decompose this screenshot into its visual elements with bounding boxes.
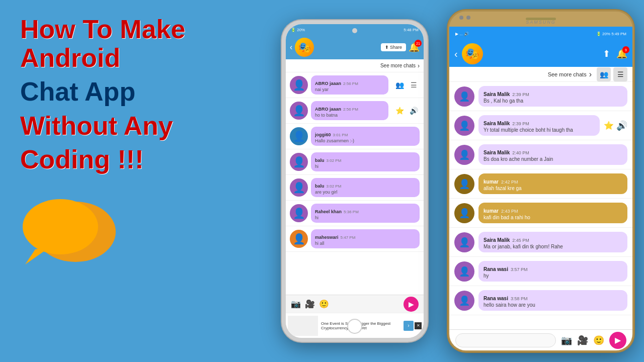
list-item[interactable]: 👤 kumar2:43 PM kafi din bad a rahi ho — [449, 199, 632, 228]
ad-arrow[interactable]: › — [404, 321, 414, 331]
avatar: 👤 — [290, 178, 308, 197]
list-item[interactable]: 👤 joggi603:01 PM Hallo zusammen :-) — [286, 124, 424, 149]
ad-image — [288, 316, 318, 336]
emoji-icon[interactable]: 🙂 — [319, 299, 329, 309]
samsung-notification-bell[interactable]: 🔔 9 — [616, 48, 627, 59]
list-item[interactable]: 👤 Rana wasi3:57 PM hy — [449, 257, 632, 286]
avatar: 👤 — [454, 116, 474, 136]
samsung-back-icon[interactable]: ‹ — [454, 48, 458, 60]
avatar: 👤 — [454, 261, 474, 282]
avatar: 👤 — [454, 86, 474, 107]
samsung-emoji-icon[interactable]: 🙂 — [593, 335, 604, 346]
iphone-app-bar: ‹ 🎭 ⬆ Share 🔔 21 — [286, 35, 424, 59]
group-view-icon[interactable]: 👥 — [597, 67, 611, 81]
samsung-video-icon[interactable]: 🎥 — [577, 335, 588, 346]
camera-icon[interactable]: 📷 — [291, 299, 301, 309]
list-item[interactable]: 👤 Saira Malik2:40 PM Bs doa kro ache num… — [449, 140, 632, 169]
share-icon: ⬆ — [385, 45, 389, 50]
iphone-icons: 🔋 20% — [291, 28, 305, 32]
avatar: 👤 — [454, 174, 474, 194]
avatar: 👤 — [454, 232, 474, 252]
avatar: 👤 — [454, 145, 474, 165]
chevron-right-icon: › — [589, 70, 592, 79]
sensor-dot — [466, 16, 470, 20]
avatar: 👤 — [290, 204, 308, 222]
video-icon[interactable]: 🎥 — [305, 299, 315, 309]
list-item[interactable]: 👤 maheswari5:47 PM hi all — [286, 226, 424, 252]
star-icon[interactable]: ⭐ — [393, 105, 406, 117]
see-more-chats-text: See more chats — [548, 71, 587, 77]
list-item[interactable]: 👤 Saira Malik2:39 PM Bs , Kal ho ga tha — [449, 82, 632, 111]
samsung-message-bar: 📷 🎥 🙂 ▶ — [449, 329, 632, 350]
share-button[interactable]: ⬆ Share — [381, 43, 406, 51]
list-item[interactable]: 👤 ABRO jaaan2:56 PM nai yar 👥 ☰ — [286, 72, 424, 98]
chat-bubble: Saira Malik2:39 PM Bs , Kal ho ga tha — [478, 86, 627, 107]
samsung-cameras — [459, 16, 470, 20]
svg-marker-2 — [25, 247, 50, 264]
volume-icon[interactable]: 🔊 — [616, 120, 627, 131]
chat-actions2: ⭐ 🔊 — [393, 105, 420, 117]
chevron-right-icon: › — [418, 62, 420, 69]
chat-bubble: Saira Malik2:40 PM Bs doa kro ache numbe… — [478, 144, 627, 165]
chat-actions: 👥 ☰ — [393, 79, 420, 91]
list-item[interactable]: 👤 balu3:02 PM hi — [286, 149, 424, 175]
samsung-toolbar-icons: ⬆ 🔔 9 — [603, 48, 627, 59]
list-icon[interactable]: ☰ — [408, 79, 420, 91]
samsung-brand: SAMSUNG — [526, 20, 556, 25]
chat-bubble: ABRO jaaan2:56 PM ho to batna — [311, 101, 388, 120]
list-view-icon[interactable]: ☰ — [613, 67, 627, 81]
list-item[interactable]: 👤 Saira Malik2:45 PM Ma or janab, kafi d… — [449, 228, 632, 257]
avatar: 👤 — [290, 230, 308, 248]
title-line4: Coding !!! — [20, 145, 262, 174]
home-button[interactable] — [347, 319, 362, 334]
chat-bubble: Saira Malik2:45 PM Ma or janab, kafi din… — [478, 232, 627, 252]
samsung-camera-icon[interactable]: 📷 — [561, 335, 572, 346]
avatar: 👤 — [454, 291, 474, 311]
iphone-mockup: 🔋 20% 5:48 PM ‹ 🎭 ⬆ Share 🔔 21 See more … — [282, 20, 428, 342]
view-toggle: 👥 ☰ — [597, 67, 627, 81]
samsung-see-more-bar[interactable]: See more chats › 👥 ☰ — [449, 67, 632, 82]
see-more-chats-bar[interactable]: See more chats › — [286, 59, 424, 72]
notification-bell[interactable]: 🔔 21 — [409, 42, 420, 53]
chat-bubble: Saira Malik2:39 PM Yr total multiple cho… — [478, 115, 600, 136]
list-item[interactable]: 👤 Raheel khan5:36 PM hi — [286, 201, 424, 226]
iphone-camera — [352, 28, 357, 33]
back-icon[interactable]: ‹ — [290, 43, 292, 52]
samsung-mockup: SAMSUNG ▶ ... 🔊 🔋 20% 5:49 PM ‹ 🎭 ⬆ 🔔 9 … — [448, 10, 634, 352]
samsung-app-bar: ‹ 🎭 ⬆ 🔔 9 — [449, 41, 632, 67]
title-line3: Without Any — [20, 112, 262, 140]
chat-bubble-icon — [20, 189, 121, 269]
share-icon[interactable]: ⬆ — [603, 48, 610, 59]
chat-bubble: Raheel khan5:36 PM hi — [311, 204, 420, 223]
samsung-send-button[interactable]: ▶ — [609, 332, 626, 349]
chat-bubble: Rana wasi3:57 PM hy — [478, 261, 627, 282]
avatar: 👤 — [454, 203, 474, 223]
chat-bubble: Rana wasi3:58 PM hello saira how are you — [478, 290, 627, 311]
group-icon[interactable]: 👥 — [393, 79, 406, 91]
list-item[interactable]: 👤 balu3:02 PM are you girl — [286, 175, 424, 201]
send-button[interactable]: ▶ — [404, 297, 419, 312]
camera-dot — [459, 16, 463, 20]
title-line1: How To Make Android — [20, 15, 262, 72]
list-item[interactable]: 👤 Rana wasi3:58 PM hello saira how are y… — [449, 286, 632, 315]
ad-close[interactable]: ✕ — [415, 322, 422, 329]
chat-bubble: balu3:02 PM hi — [311, 152, 420, 171]
volume-icon[interactable]: 🔊 — [408, 105, 420, 117]
chat-bubble: balu3:02 PM are you girl — [311, 178, 420, 197]
list-item[interactable]: 👤 ABRO jaaan2:56 PM ho to batna ⭐ 🔊 — [286, 98, 424, 124]
chat-bubble: kumar2:43 PM kafi din bad a rahi ho — [478, 203, 627, 223]
samsung-status-bar: ▶ ... 🔊 🔋 20% 5:49 PM — [449, 27, 632, 41]
left-panel: How To Make Android Chat App Without Any… — [0, 0, 282, 362]
avatar: 👤 — [290, 127, 308, 145]
chat-bubble: ABRO jaaan2:56 PM nai yar — [311, 75, 388, 95]
avatar: 👤 — [290, 76, 308, 94]
iphone-main-avatar: 🎭 — [295, 38, 314, 57]
samsung-message-input[interactable] — [455, 333, 556, 347]
chat-bubble: joggi603:01 PM Hallo zusammen :-) — [311, 127, 420, 146]
star-icon[interactable]: ⭐ — [604, 121, 614, 130]
iphone-message-bar: 📷 🎥 🙂 ▶ — [286, 295, 424, 313]
list-item[interactable]: 👤 kumar2:42 PM allah fazal kre ga — [449, 169, 632, 199]
list-item[interactable]: 👤 Saira Malik2:39 PM Yr total multiple c… — [449, 111, 632, 140]
chat-bubble: kumar2:42 PM allah fazal kre ga — [478, 173, 627, 194]
chat-actions: ⭐ 🔊 — [604, 120, 627, 131]
